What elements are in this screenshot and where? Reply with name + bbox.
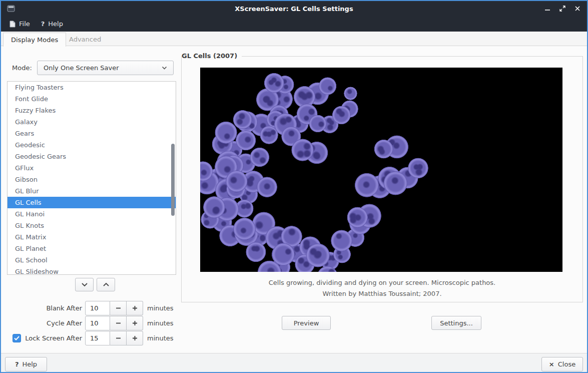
close-icon: × bbox=[549, 360, 554, 368]
footer-bar: ? Help × Close bbox=[1, 353, 587, 372]
list-item[interactable]: GL Hanoi bbox=[8, 208, 176, 220]
menu-help[interactable]: ? Help bbox=[36, 18, 69, 31]
mode-combobox-value: Only One Screen Saver bbox=[44, 64, 162, 72]
list-item[interactable]: Gears bbox=[8, 128, 176, 139]
lock-screen-increment-button[interactable] bbox=[127, 331, 143, 345]
close-icon bbox=[574, 6, 580, 12]
plus-icon bbox=[132, 305, 138, 311]
list-item[interactable]: Galaxy bbox=[8, 116, 176, 128]
preview-canvas bbox=[200, 68, 562, 272]
saver-list: Flying ToastersFont GlideFuzzy FlakesGal… bbox=[7, 81, 176, 275]
move-down-button[interactable] bbox=[75, 278, 94, 291]
cycle-after-decrement-button[interactable] bbox=[110, 316, 127, 330]
window-controls bbox=[543, 1, 582, 16]
lock-screen-label: Lock Screen After bbox=[21, 331, 82, 345]
list-item[interactable]: GL Matrix bbox=[8, 231, 176, 243]
preview-button[interactable]: Preview bbox=[282, 316, 331, 330]
restore-icon bbox=[559, 6, 565, 12]
check-icon bbox=[14, 336, 20, 340]
blank-after-input[interactable]: 10 bbox=[85, 301, 110, 315]
list-item[interactable]: Geodesic Gears bbox=[8, 151, 176, 162]
preview-frame: GL Cells (2007) Cells growing, dividing … bbox=[181, 56, 583, 302]
tab-advanced[interactable]: Advanced bbox=[62, 33, 109, 46]
cycle-after-unit: minutes bbox=[147, 316, 174, 330]
saver-description: Cells growing, dividing and dying on you… bbox=[182, 279, 582, 286]
arrow-up-icon bbox=[103, 282, 110, 287]
plus-icon bbox=[132, 320, 138, 326]
blank-after-label: Blank After bbox=[1, 301, 82, 315]
lock-screen-checkbox[interactable] bbox=[13, 334, 21, 342]
xscreensaver-window: XScreenSaver: GL Cells Settings File bbox=[0, 0, 588, 373]
minimize-button[interactable] bbox=[543, 4, 552, 13]
blank-after-decrement-button[interactable] bbox=[110, 301, 127, 315]
arrow-down-icon bbox=[81, 282, 88, 287]
titlebar: XScreenSaver: GL Cells Settings bbox=[1, 1, 587, 16]
help-button-label: Help bbox=[22, 360, 37, 368]
list-item[interactable]: GL School bbox=[8, 254, 176, 266]
list-item[interactable]: GL Planet bbox=[8, 243, 176, 254]
app-icon bbox=[7, 5, 15, 13]
minus-icon bbox=[116, 305, 121, 311]
menu-file-label: File bbox=[19, 20, 30, 28]
move-up-button[interactable] bbox=[97, 278, 115, 291]
file-icon bbox=[10, 21, 16, 28]
minus-icon bbox=[116, 335, 121, 341]
list-item[interactable]: Fuzzy Flakes bbox=[8, 105, 176, 116]
mode-combobox[interactable]: Only One Screen Saver bbox=[37, 61, 174, 75]
preview-frame-legend: GL Cells (2007) bbox=[182, 52, 242, 60]
restore-button[interactable] bbox=[558, 4, 567, 13]
list-item[interactable]: GL Slideshow bbox=[8, 266, 176, 275]
help-button[interactable]: ? Help bbox=[5, 357, 47, 371]
list-item[interactable]: GFlux bbox=[8, 162, 176, 174]
list-item[interactable]: Font Glide bbox=[8, 93, 176, 105]
saver-author: Written by Matthias Toussaint; 2007. bbox=[182, 290, 582, 297]
lock-screen-unit: minutes bbox=[147, 331, 174, 345]
plus-icon bbox=[132, 335, 138, 341]
menubar: File ? Help bbox=[1, 16, 587, 32]
minimize-icon bbox=[544, 6, 550, 12]
minus-icon bbox=[116, 320, 121, 326]
list-item[interactable]: GL Cells bbox=[8, 197, 176, 208]
lock-screen-decrement-button[interactable] bbox=[110, 331, 127, 345]
list-scrollbar-thumb[interactable] bbox=[171, 144, 175, 216]
cycle-after-input[interactable]: 10 bbox=[85, 316, 110, 330]
settings-button[interactable]: Settings... bbox=[431, 316, 481, 330]
list-item[interactable]: Gibson bbox=[8, 174, 176, 185]
list-item[interactable]: GL Blur bbox=[8, 185, 176, 197]
blank-after-unit: minutes bbox=[147, 301, 174, 315]
close-button-label: Close bbox=[558, 360, 575, 368]
list-item[interactable]: Flying Toasters bbox=[8, 82, 176, 93]
help-icon: ? bbox=[15, 360, 19, 368]
blank-after-increment-button[interactable] bbox=[127, 301, 143, 315]
close-button[interactable]: × Close bbox=[541, 357, 583, 371]
cycle-after-label: Cycle After bbox=[1, 316, 82, 330]
menu-help-label: Help bbox=[48, 20, 63, 28]
list-item[interactable]: Geodesic bbox=[8, 139, 176, 151]
lock-screen-input[interactable]: 15 bbox=[85, 331, 110, 345]
help-icon: ? bbox=[41, 20, 45, 28]
close-window-button[interactable] bbox=[573, 4, 582, 13]
tab-display-modes[interactable]: Display Modes bbox=[3, 33, 66, 47]
cycle-after-increment-button[interactable] bbox=[127, 316, 143, 330]
mode-label: Mode: bbox=[12, 61, 32, 75]
window-title: XScreenSaver: GL Cells Settings bbox=[1, 1, 587, 16]
chevron-down-icon bbox=[162, 66, 167, 70]
list-item[interactable]: GL Knots bbox=[8, 220, 176, 231]
menu-file[interactable]: File bbox=[4, 18, 36, 31]
tab-strip: Display Modes Advanced bbox=[1, 32, 587, 46]
